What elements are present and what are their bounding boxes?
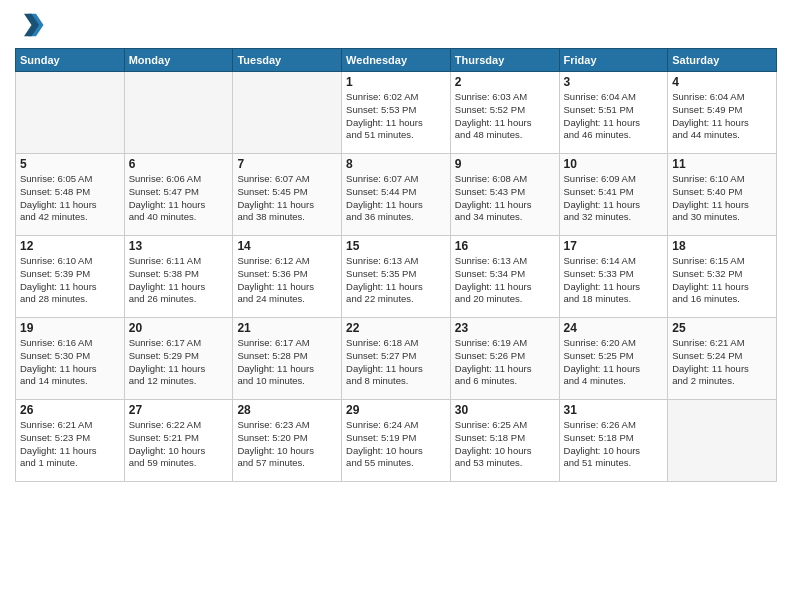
calendar-cell: 10Sunrise: 6:09 AM Sunset: 5:41 PM Dayli… <box>559 154 668 236</box>
calendar-cell: 20Sunrise: 6:17 AM Sunset: 5:29 PM Dayli… <box>124 318 233 400</box>
day-number: 21 <box>237 321 337 335</box>
day-info: Sunrise: 6:19 AM Sunset: 5:26 PM Dayligh… <box>455 337 555 388</box>
weekday-header-saturday: Saturday <box>668 49 777 72</box>
day-info: Sunrise: 6:13 AM Sunset: 5:35 PM Dayligh… <box>346 255 446 306</box>
weekday-header-friday: Friday <box>559 49 668 72</box>
day-number: 23 <box>455 321 555 335</box>
day-number: 26 <box>20 403 120 417</box>
day-number: 12 <box>20 239 120 253</box>
day-info: Sunrise: 6:12 AM Sunset: 5:36 PM Dayligh… <box>237 255 337 306</box>
day-number: 18 <box>672 239 772 253</box>
day-info: Sunrise: 6:17 AM Sunset: 5:28 PM Dayligh… <box>237 337 337 388</box>
day-number: 20 <box>129 321 229 335</box>
day-info: Sunrise: 6:10 AM Sunset: 5:40 PM Dayligh… <box>672 173 772 224</box>
day-info: Sunrise: 6:13 AM Sunset: 5:34 PM Dayligh… <box>455 255 555 306</box>
logo <box>15 10 47 40</box>
day-info: Sunrise: 6:03 AM Sunset: 5:52 PM Dayligh… <box>455 91 555 142</box>
day-number: 25 <box>672 321 772 335</box>
calendar-cell: 27Sunrise: 6:22 AM Sunset: 5:21 PM Dayli… <box>124 400 233 482</box>
calendar-cell: 26Sunrise: 6:21 AM Sunset: 5:23 PM Dayli… <box>16 400 125 482</box>
day-number: 6 <box>129 157 229 171</box>
calendar-cell: 28Sunrise: 6:23 AM Sunset: 5:20 PM Dayli… <box>233 400 342 482</box>
day-number: 9 <box>455 157 555 171</box>
day-info: Sunrise: 6:15 AM Sunset: 5:32 PM Dayligh… <box>672 255 772 306</box>
day-info: Sunrise: 6:21 AM Sunset: 5:24 PM Dayligh… <box>672 337 772 388</box>
day-number: 16 <box>455 239 555 253</box>
calendar-cell: 2Sunrise: 6:03 AM Sunset: 5:52 PM Daylig… <box>450 72 559 154</box>
day-number: 4 <box>672 75 772 89</box>
calendar-cell <box>16 72 125 154</box>
day-info: Sunrise: 6:07 AM Sunset: 5:45 PM Dayligh… <box>237 173 337 224</box>
calendar-cell: 30Sunrise: 6:25 AM Sunset: 5:18 PM Dayli… <box>450 400 559 482</box>
day-number: 13 <box>129 239 229 253</box>
page-container: SundayMondayTuesdayWednesdayThursdayFrid… <box>0 0 792 492</box>
weekday-row: SundayMondayTuesdayWednesdayThursdayFrid… <box>16 49 777 72</box>
calendar-cell: 14Sunrise: 6:12 AM Sunset: 5:36 PM Dayli… <box>233 236 342 318</box>
day-number: 3 <box>564 75 664 89</box>
day-number: 11 <box>672 157 772 171</box>
calendar-cell: 23Sunrise: 6:19 AM Sunset: 5:26 PM Dayli… <box>450 318 559 400</box>
calendar-cell: 8Sunrise: 6:07 AM Sunset: 5:44 PM Daylig… <box>342 154 451 236</box>
day-number: 10 <box>564 157 664 171</box>
day-info: Sunrise: 6:07 AM Sunset: 5:44 PM Dayligh… <box>346 173 446 224</box>
day-info: Sunrise: 6:09 AM Sunset: 5:41 PM Dayligh… <box>564 173 664 224</box>
calendar-cell: 31Sunrise: 6:26 AM Sunset: 5:18 PM Dayli… <box>559 400 668 482</box>
day-number: 1 <box>346 75 446 89</box>
calendar-cell <box>668 400 777 482</box>
day-info: Sunrise: 6:18 AM Sunset: 5:27 PM Dayligh… <box>346 337 446 388</box>
calendar-body: 1Sunrise: 6:02 AM Sunset: 5:53 PM Daylig… <box>16 72 777 482</box>
day-number: 24 <box>564 321 664 335</box>
calendar-cell: 24Sunrise: 6:20 AM Sunset: 5:25 PM Dayli… <box>559 318 668 400</box>
day-info: Sunrise: 6:10 AM Sunset: 5:39 PM Dayligh… <box>20 255 120 306</box>
calendar-cell: 15Sunrise: 6:13 AM Sunset: 5:35 PM Dayli… <box>342 236 451 318</box>
calendar-cell <box>233 72 342 154</box>
calendar-week-2: 5Sunrise: 6:05 AM Sunset: 5:48 PM Daylig… <box>16 154 777 236</box>
day-info: Sunrise: 6:24 AM Sunset: 5:19 PM Dayligh… <box>346 419 446 470</box>
calendar-cell: 7Sunrise: 6:07 AM Sunset: 5:45 PM Daylig… <box>233 154 342 236</box>
calendar-cell: 19Sunrise: 6:16 AM Sunset: 5:30 PM Dayli… <box>16 318 125 400</box>
calendar-cell <box>124 72 233 154</box>
calendar-cell: 18Sunrise: 6:15 AM Sunset: 5:32 PM Dayli… <box>668 236 777 318</box>
day-info: Sunrise: 6:02 AM Sunset: 5:53 PM Dayligh… <box>346 91 446 142</box>
calendar-cell: 3Sunrise: 6:04 AM Sunset: 5:51 PM Daylig… <box>559 72 668 154</box>
day-info: Sunrise: 6:14 AM Sunset: 5:33 PM Dayligh… <box>564 255 664 306</box>
day-info: Sunrise: 6:16 AM Sunset: 5:30 PM Dayligh… <box>20 337 120 388</box>
day-info: Sunrise: 6:04 AM Sunset: 5:49 PM Dayligh… <box>672 91 772 142</box>
day-info: Sunrise: 6:17 AM Sunset: 5:29 PM Dayligh… <box>129 337 229 388</box>
calendar-week-4: 19Sunrise: 6:16 AM Sunset: 5:30 PM Dayli… <box>16 318 777 400</box>
day-info: Sunrise: 6:11 AM Sunset: 5:38 PM Dayligh… <box>129 255 229 306</box>
calendar-cell: 4Sunrise: 6:04 AM Sunset: 5:49 PM Daylig… <box>668 72 777 154</box>
calendar-cell: 11Sunrise: 6:10 AM Sunset: 5:40 PM Dayli… <box>668 154 777 236</box>
day-number: 5 <box>20 157 120 171</box>
calendar-cell: 22Sunrise: 6:18 AM Sunset: 5:27 PM Dayli… <box>342 318 451 400</box>
calendar-cell: 6Sunrise: 6:06 AM Sunset: 5:47 PM Daylig… <box>124 154 233 236</box>
calendar-cell: 13Sunrise: 6:11 AM Sunset: 5:38 PM Dayli… <box>124 236 233 318</box>
calendar-cell: 12Sunrise: 6:10 AM Sunset: 5:39 PM Dayli… <box>16 236 125 318</box>
calendar-cell: 16Sunrise: 6:13 AM Sunset: 5:34 PM Dayli… <box>450 236 559 318</box>
day-number: 30 <box>455 403 555 417</box>
logo-icon <box>15 10 45 40</box>
weekday-header-sunday: Sunday <box>16 49 125 72</box>
day-info: Sunrise: 6:08 AM Sunset: 5:43 PM Dayligh… <box>455 173 555 224</box>
calendar-table: SundayMondayTuesdayWednesdayThursdayFrid… <box>15 48 777 482</box>
day-number: 27 <box>129 403 229 417</box>
day-number: 15 <box>346 239 446 253</box>
day-info: Sunrise: 6:21 AM Sunset: 5:23 PM Dayligh… <box>20 419 120 470</box>
day-number: 19 <box>20 321 120 335</box>
calendar-cell: 17Sunrise: 6:14 AM Sunset: 5:33 PM Dayli… <box>559 236 668 318</box>
day-info: Sunrise: 6:23 AM Sunset: 5:20 PM Dayligh… <box>237 419 337 470</box>
day-number: 17 <box>564 239 664 253</box>
day-number: 22 <box>346 321 446 335</box>
day-info: Sunrise: 6:05 AM Sunset: 5:48 PM Dayligh… <box>20 173 120 224</box>
day-number: 14 <box>237 239 337 253</box>
calendar-cell: 25Sunrise: 6:21 AM Sunset: 5:24 PM Dayli… <box>668 318 777 400</box>
calendar-week-1: 1Sunrise: 6:02 AM Sunset: 5:53 PM Daylig… <box>16 72 777 154</box>
calendar-cell: 21Sunrise: 6:17 AM Sunset: 5:28 PM Dayli… <box>233 318 342 400</box>
day-info: Sunrise: 6:25 AM Sunset: 5:18 PM Dayligh… <box>455 419 555 470</box>
weekday-header-monday: Monday <box>124 49 233 72</box>
calendar-cell: 9Sunrise: 6:08 AM Sunset: 5:43 PM Daylig… <box>450 154 559 236</box>
day-info: Sunrise: 6:22 AM Sunset: 5:21 PM Dayligh… <box>129 419 229 470</box>
calendar-cell: 5Sunrise: 6:05 AM Sunset: 5:48 PM Daylig… <box>16 154 125 236</box>
calendar-cell: 1Sunrise: 6:02 AM Sunset: 5:53 PM Daylig… <box>342 72 451 154</box>
day-info: Sunrise: 6:20 AM Sunset: 5:25 PM Dayligh… <box>564 337 664 388</box>
